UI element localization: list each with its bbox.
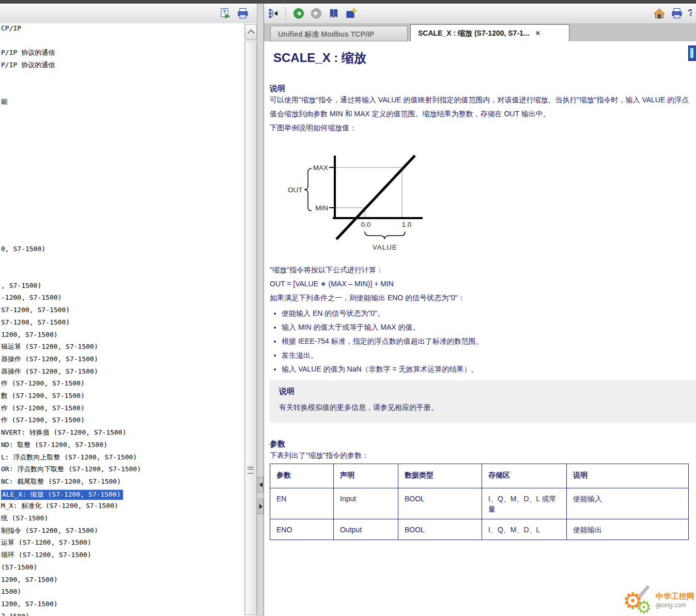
tree-item[interactable]: S7-1200, S7-1500) [1, 306, 70, 314]
tree-item[interactable]: 器操作 (S7-1200, S7-1500) [1, 367, 98, 376]
tree-item[interactable]: P/IP 协议的通信 [1, 49, 55, 57]
tree-item[interactable]: 1200, S7-1500) [1, 600, 58, 608]
tree-item[interactable]: 统 (S7-1500) [1, 514, 48, 522]
page-title: SCALE_X : 缩放 [273, 51, 696, 65]
table-cell: 使能输入 [567, 488, 689, 519]
note-heading: 说明 [279, 387, 687, 396]
bookmarks-icon[interactable] [327, 7, 340, 20]
tree-item[interactable]: P/IP 协议的通信 [1, 61, 55, 69]
table-cell: 使能输出 [567, 519, 689, 540]
tree-item[interactable]: S7-1200, S7-1500) [1, 318, 70, 327]
tree-item[interactable]: 能 [1, 98, 8, 106]
parameters-intro-text: 下表列出了"缩放"指令的参数： [270, 449, 696, 463]
triangle-right-icon [259, 504, 262, 509]
gear-green-icon: ⚙ [636, 597, 652, 616]
tree-item[interactable]: 7-1500) [1, 612, 29, 616]
table-cell: EN [270, 488, 334, 519]
condition-item: 输入 VALUE 的值为 NaN（非数字 = 无效算术运算的结果）。 [282, 362, 696, 376]
table-cell: BOOL [398, 488, 482, 519]
help-icon-partial[interactable]: ? [688, 7, 692, 20]
tab-scale-x[interactable]: SCALE_X : 缩放 (S7-1200, S7-1... × [410, 24, 569, 41]
tree-item[interactable]: NVERT: 转换值 (S7-1200, S7-1500) [1, 428, 127, 437]
tree-item[interactable]: 循环 (S7-1200, S7-1500) [1, 551, 91, 559]
x1-tick-label: 1.0 [402, 221, 412, 228]
column-header: 声明 [334, 464, 398, 488]
column-header: 说明 [567, 464, 689, 488]
min-label: MIN [315, 204, 328, 212]
tree-item[interactable]: 1200, S7-1500) [1, 576, 58, 584]
splitter-collapse-right-button[interactable] [258, 499, 264, 514]
column-header: 参数 [270, 464, 334, 488]
toc-tree: CP/IPP/IP 协议的通信P/IP 协议的通信能0, S7-1500), S… [0, 23, 244, 616]
tree-item[interactable]: 运算 (S7-1200, S7-1500) [1, 538, 91, 547]
tree-item[interactable]: 0, S7-1500) [1, 245, 45, 253]
splitter-collapse-left-button[interactable] [258, 477, 264, 492]
conditions-list: 使能输入 EN 的信号状态为"0"。输入 MIN 的值大于或等于输入 MAX 的… [270, 306, 696, 376]
table-cell: I、Q、M、D、L 或常量 [482, 488, 567, 519]
topic-pane: ? Unified 标准 Modbus TCP/IP SCALE_X : 缩放 … [264, 4, 696, 616]
table-cell: Input [334, 488, 398, 519]
help-viewer-window: ? CP/IPP/IP 协议的通信P/IP 协议的通信能0, S7-1500),… [0, 0, 696, 616]
gkong-watermark: ⚙ ⚙ 中华工控网 gkong.com [623, 583, 694, 616]
parameters-heading: 参数 [270, 439, 696, 449]
params-table-head-row: 参数声明数据类型存储区说明 [270, 464, 689, 488]
tree-item[interactable]: L: 浮点数向上取整 (S7-1200, S7-1500) [1, 453, 137, 461]
tab-label: Unified 标准 Modbus TCP/IP [278, 30, 374, 38]
print-icon[interactable] [236, 7, 249, 20]
home-icon[interactable] [653, 7, 666, 20]
scrollbar-thumb[interactable] [245, 41, 257, 615]
x0-tick-label: 0.0 [361, 221, 371, 228]
new-topic-icon[interactable] [345, 7, 358, 20]
condition-item: 输入 MIN 的值大于或等于输入 MAX 的值。 [282, 320, 696, 334]
tree-item[interactable]: 作 (S7-1200, S7-1500) [1, 416, 85, 424]
tree-item[interactable]: ND: 取整 (S7-1200, S7-1500) [1, 441, 107, 449]
svg-text:?: ? [222, 9, 226, 15]
tree-item[interactable]: (S7-1500) [1, 563, 37, 572]
chevron-up-icon [247, 29, 254, 37]
formula-intro-text: "缩放"指令将按以下公式进行计算： [270, 263, 696, 277]
scroll-up-button[interactable] [245, 24, 257, 40]
scaling-diagram: MAX MIN OUT 0.0 1.0 VALUE [279, 145, 451, 263]
tree-item[interactable]: , S7-1500) [1, 282, 41, 290]
watermark-name: 中华工控网 [656, 592, 694, 602]
show-in-contents-icon[interactable]: ? [219, 7, 231, 20]
pane-splitter[interactable] [257, 4, 264, 616]
tree-item[interactable]: 1500) [1, 588, 21, 596]
forward-icon[interactable] [310, 7, 322, 20]
close-icon[interactable]: × [536, 29, 540, 41]
topic-toolbar: ? [264, 4, 696, 24]
topic-content: SCALE_X : 缩放 说明 可以使用"缩放"指令，通过将输入 VALUE 的… [264, 41, 696, 616]
column-header: 存储区 [482, 464, 567, 488]
condition-item: 发生溢出。 [282, 348, 696, 362]
back-icon[interactable] [292, 7, 305, 20]
tree-item[interactable]: -1200, S7-1500) [1, 294, 61, 302]
out-label: OUT [288, 186, 303, 194]
description-heading: 说明 [270, 84, 696, 93]
tree-item[interactable]: 器操作 (S7-1200, S7-1500) [1, 355, 98, 363]
contents-scrollbar[interactable] [244, 23, 257, 616]
tree-item[interactable]: 制指令 (S7-1200, S7-1500) [1, 527, 98, 535]
conditions-intro-text: 如果满足下列条件之一，则使能输出 ENO 的信号状态为"0"： [270, 291, 696, 305]
tab-label: SCALE_X : 缩放 (S7-1200, S7-1... [418, 29, 530, 41]
tree-item[interactable]: OR: 浮点数向下取整 (S7-1200, S7-1500) [1, 465, 141, 473]
tree-item-selected[interactable]: ALE_X: 缩放 (S7-1200, S7-1500) [1, 490, 123, 500]
watermark-domain: gkong.com [656, 602, 694, 609]
note-box: 说明 有关转换模拟值的更多信息，请参见相应的手册。 [270, 380, 696, 423]
table-cell: Output [334, 519, 398, 540]
scrollbar-grip-icon [248, 467, 254, 474]
tab-unified-modbus[interactable]: Unified 标准 Modbus TCP/IP [270, 26, 408, 41]
formula-text: OUT = [VALUE ∗ (MAX – MIN)] + MIN [270, 277, 696, 291]
tree-item[interactable]: 作 (S7-1200, S7-1500) [1, 404, 85, 412]
topic-tab-bar: Unified 标准 Modbus TCP/IP SCALE_X : 缩放 (S… [264, 23, 696, 41]
tree-item[interactable]: 作 (S7-1200, S7-1500) [1, 379, 85, 388]
tree-item[interactable]: 1200, S7-1500) [1, 331, 58, 339]
tree-item[interactable]: 数 (S7-1200, S7-1500) [1, 392, 85, 400]
print-icon[interactable] [670, 7, 683, 20]
tree-item[interactable]: NC: 截尾取整 (S7-1200, S7-1500) [1, 478, 121, 486]
table-cell: I、Q、M、D、L [482, 519, 567, 540]
tree-item[interactable]: M_X: 标准化 (S7-1200, S7-1500) [1, 502, 118, 510]
tree-item[interactable]: CP/IP [1, 24, 21, 33]
description-text: 可以使用"缩放"指令，通过将输入 VALUE 的值映射到指定的值范围内，对该值进… [270, 93, 696, 121]
toc-toggle-icon[interactable] [267, 7, 280, 20]
tree-item[interactable]: 辑运算 (S7-1200, S7-1500) [1, 343, 98, 351]
